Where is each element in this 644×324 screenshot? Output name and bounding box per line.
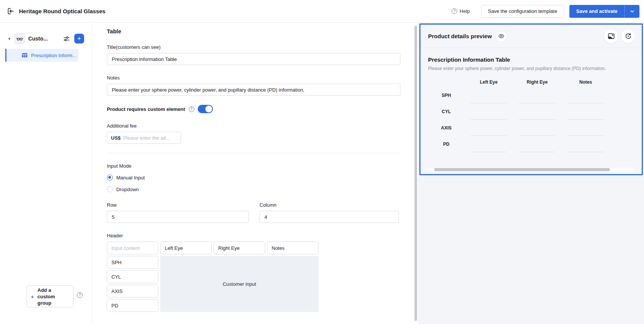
preview-toolbar — [604, 30, 635, 43]
fee-field-label: Additional fee — [107, 123, 400, 129]
preview-input-underline[interactable] — [513, 87, 561, 103]
radio-manual-input[interactable]: Manual Input — [107, 174, 400, 181]
table-icon — [21, 52, 28, 59]
radio-manual-label: Manual Input — [116, 175, 145, 181]
custom-element-toggle[interactable] — [198, 105, 213, 113]
row-count-input[interactable] — [107, 211, 249, 223]
toggle-knob — [205, 106, 212, 112]
customer-input-area: Customer input — [160, 256, 319, 312]
header-table-editor: Customer input — [107, 241, 400, 312]
section-divider — [107, 153, 400, 153]
section-title: Table — [107, 28, 400, 34]
preview-row-label: AXIS — [428, 125, 464, 131]
radio-unselected-icon — [107, 186, 113, 192]
add-custom-group-button[interactable]: + Add a custom group — [27, 285, 73, 307]
row-header-input[interactable] — [107, 256, 158, 269]
preview-row: AXIS — [428, 120, 634, 136]
save-activate-split-button: Save and activate — [569, 5, 639, 18]
refresh-button[interactable] — [621, 30, 635, 43]
help-icon: ? — [452, 8, 457, 14]
title-input[interactable] — [107, 53, 400, 65]
column-count-input[interactable] — [259, 211, 399, 223]
preview-input-underline[interactable] — [513, 103, 561, 120]
row-header-input[interactable] — [107, 285, 158, 298]
app-window: Heritage Round Optical Glasses ? Help Sa… — [0, 0, 644, 324]
fee-input-group: US$ — [107, 132, 181, 144]
eye-icon[interactable] — [496, 31, 507, 42]
save-template-button[interactable]: Save the configuration template — [481, 5, 564, 18]
preview-col-header: Left Eye — [464, 77, 513, 87]
preview-row-label: PD — [428, 142, 464, 147]
preview-input-underline[interactable] — [464, 87, 513, 103]
config-form: Table Title(customers can see) Notes Pro… — [92, 23, 418, 324]
add-element-button[interactable]: + — [74, 34, 84, 44]
edit-image-button[interactable] — [604, 30, 618, 43]
header-cell-input[interactable] — [214, 241, 265, 254]
plus-icon: + — [77, 35, 81, 42]
custom-element-label: Product requires custom element — [107, 106, 185, 112]
add-custom-group-label: Add a custom group — [38, 287, 69, 306]
currency-prefix: US$ — [111, 135, 120, 141]
preview-table: Left Eye Right Eye Notes SPH CYL — [428, 77, 634, 152]
preview-row: SPH — [428, 87, 634, 103]
preview-table-description: Please enter your sphere power, cylinder… — [428, 66, 634, 71]
preview-col-header: Right Eye — [513, 77, 561, 87]
corner-cell — [428, 77, 464, 87]
add-group-help-icon[interactable]: ? — [77, 292, 83, 298]
fee-input[interactable] — [123, 135, 177, 141]
vertical-scrollbar[interactable] — [414, 26, 417, 321]
preview-header: Product details preview — [420, 25, 642, 48]
preview-body: Prescription Information Table Please en… — [420, 48, 642, 152]
preview-input-underline[interactable] — [561, 103, 610, 120]
header-cell-input[interactable] — [267, 241, 319, 254]
preview-row: CYL — [428, 103, 634, 120]
preview-input-underline[interactable] — [464, 103, 513, 120]
plus-icon: + — [31, 293, 34, 300]
notes-input[interactable] — [107, 84, 400, 96]
row-field-label: Row — [107, 202, 249, 208]
title-field-label: Title(customers can see) — [107, 44, 400, 50]
row-header-input[interactable] — [107, 270, 158, 283]
header-cell-input-empty[interactable] — [107, 241, 158, 254]
chevron-down-icon — [630, 9, 635, 14]
sidebar-item-prescription-table[interactable]: Prescription Inform... — [5, 49, 78, 62]
custom-element-help-icon[interactable]: ? — [189, 106, 194, 112]
sidebar-group-label: Custo... — [28, 36, 50, 42]
preview-hscroll-track — [426, 168, 635, 171]
topbar-actions: ? Help Save the configuration template S… — [452, 5, 639, 18]
page-title: Heritage Round Optical Glasses — [19, 8, 105, 14]
preview-input-underline[interactable] — [561, 136, 610, 152]
sidebar-item-label: Prescription Inform... — [31, 53, 78, 58]
preview-input-underline[interactable] — [561, 120, 610, 136]
preview-input-underline[interactable] — [464, 136, 513, 152]
preview-input-underline[interactable] — [561, 87, 610, 103]
sidebar-group-row[interactable]: ▾ Custo... + — [0, 33, 92, 45]
preview-input-underline[interactable] — [513, 136, 561, 152]
help-label: Help — [460, 8, 470, 14]
preview-input-underline[interactable] — [513, 120, 561, 136]
header-cell-input[interactable] — [160, 241, 212, 254]
customer-input-label: Customer input — [223, 281, 256, 287]
help-button[interactable]: ? Help — [452, 8, 470, 14]
preview-col-header: Notes — [561, 77, 610, 87]
notes-field-label: Notes — [107, 75, 400, 81]
preview-table-title: Prescription Information Table — [428, 56, 634, 63]
input-mode-label: Input Mode — [107, 163, 400, 169]
radio-selected-icon — [107, 174, 113, 181]
row-header-input[interactable] — [107, 299, 158, 312]
save-activate-dropdown[interactable] — [624, 5, 639, 18]
preview-title: Product details preview — [428, 33, 492, 39]
preview-input-underline[interactable] — [464, 120, 513, 136]
radio-dropdown[interactable]: Dropdown — [107, 186, 400, 192]
column-field-label: Column — [259, 202, 399, 208]
product-preview-panel: Product details preview — [419, 23, 643, 175]
caret-down-icon[interactable]: ▾ — [8, 36, 11, 41]
preview-row: PD — [428, 136, 634, 152]
back-icon[interactable] — [6, 7, 15, 16]
preview-row-label: SPH — [428, 93, 464, 98]
sidebar: ▾ Custo... + — [0, 23, 92, 324]
glasses-icon — [14, 33, 25, 44]
save-activate-button[interactable]: Save and activate — [569, 5, 624, 18]
preview-hscroll-thumb[interactable] — [434, 168, 610, 171]
tune-icon[interactable] — [63, 36, 70, 42]
